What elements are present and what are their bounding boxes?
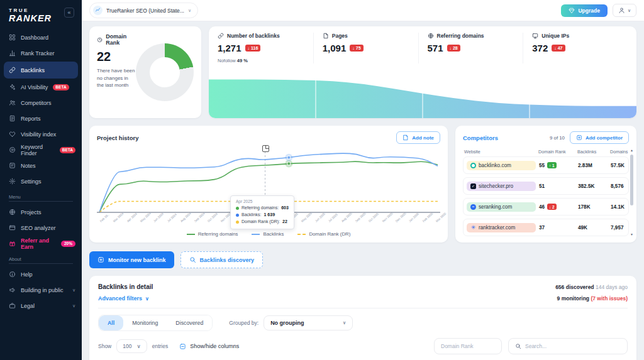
briefcase-icon: [9, 302, 16, 309]
x-axis-label: Jun 2025: [314, 219, 323, 227]
sidebar: TRUE RANKER « Dashboard Rank Tracker Bac…: [0, 0, 82, 360]
sidebar-item-label: Referr and Earn: [21, 237, 56, 250]
user-menu-button[interactable]: ∨: [613, 4, 636, 17]
chevron-down-icon: ∨: [628, 8, 631, 13]
globe-icon: [428, 33, 434, 39]
scroll-up-icon[interactable]: ▲: [630, 148, 634, 152]
sidebar-item-keyword-finder[interactable]: Keyword Finder BETA: [0, 142, 82, 158]
sidebar-item-legal[interactable]: Legal ∨: [0, 298, 82, 314]
legend-backlinks[interactable]: Backlinks: [252, 231, 284, 237]
competitors-scrollbar[interactable]: ▲ ▼: [630, 148, 634, 236]
sidebar-item-projects[interactable]: Projects: [0, 204, 82, 220]
x-axis-label: Sep 2024: [194, 219, 202, 227]
reports-icon: [9, 115, 16, 122]
competitor-dr-delta: ↑ 1: [547, 162, 556, 168]
sidebar-item-backlinks[interactable]: Backlinks: [4, 62, 78, 79]
domain-rank-header: Domain Rank: [97, 33, 136, 46]
competitor-site-label: ranktracker.com: [479, 225, 515, 231]
competitor-site-chip[interactable]: ≈ seranking.com: [467, 202, 536, 212]
competitor-domains: 57.5K: [611, 163, 627, 168]
sidebar-section-about: About: [0, 251, 82, 263]
per-page-select[interactable]: 100 ∨: [116, 339, 147, 353]
logo-line-bottom: RANKER: [9, 13, 52, 23]
sidebar-item-ai-visibility[interactable]: AI Visibility BETA: [0, 79, 82, 95]
competitor-site-chip[interactable]: ✓ sitechecker.pro: [467, 182, 536, 191]
stat-value: 1,091: [323, 43, 347, 53]
project-history-title: Project history: [97, 134, 139, 141]
minus-square-icon: [179, 343, 186, 350]
grouping-select[interactable]: No grouping ∨: [264, 315, 353, 330]
competitor-row[interactable]: ≈ seranking.com 46 ↓ 2 178K 14.1K: [463, 198, 629, 215]
sidebar-item-reports[interactable]: Reports: [0, 111, 82, 126]
upgrade-button[interactable]: Upgrade: [561, 4, 607, 17]
competitor-row[interactable]: ✓ sitechecker.pro 51 382.5K 8,576: [463, 177, 629, 195]
show-label: Show: [98, 343, 111, 349]
add-competitor-button[interactable]: Add competitor: [570, 131, 629, 144]
add-note-button[interactable]: Add note: [396, 131, 440, 144]
sidebar-item-label: Projects: [21, 209, 42, 215]
advanced-filters-toggle[interactable]: Advanced filters ∨: [98, 295, 149, 302]
search-input[interactable]: [525, 339, 621, 354]
scroll-down-icon[interactable]: ▼: [630, 232, 634, 236]
project-selector[interactable]: TrueRanker SEO (United State... ∨: [89, 3, 198, 18]
competitor-row[interactable]: ✳ ranktracker.com 37 49K 7,957: [463, 219, 629, 236]
monitor-new-backlink-button[interactable]: Monitor new backlink: [89, 251, 174, 268]
competitor-row[interactable]: backlinko.com 55 ↑ 1 2.83M 57.5K: [463, 156, 629, 174]
project-history-chart[interactable]: Apr 2025 Referring domains: 603 Backlink…: [97, 148, 440, 215]
competitor-favicon: [470, 163, 476, 168]
stat-number-of-backlinks: Number of backlinks 1,271 ↓ 116 Nofollow…: [218, 33, 313, 63]
stat-label: Unique IPs: [541, 33, 569, 39]
sidebar-collapse-button[interactable]: «: [64, 8, 74, 18]
domain-rank-filter-input[interactable]: [434, 338, 502, 354]
competitors-table-header: Website Domain Rank Backlinks Domains: [463, 144, 629, 156]
legend-referring-domains[interactable]: Referring domains: [187, 231, 238, 237]
backlinks-discovery-button[interactable]: Backlinks discovery: [180, 251, 264, 268]
chevron-down-icon: ∨: [145, 296, 149, 302]
sidebar-item-help[interactable]: Help: [0, 266, 82, 282]
sidebar-item-referr-and-earn[interactable]: Referr and Earn 20%: [0, 236, 82, 251]
trueranker-mark-icon: [93, 6, 103, 15]
domain-rank-info: Domain Rank 22 There have been no change…: [97, 33, 136, 111]
scrollbar-thumb[interactable]: [630, 155, 633, 205]
competitor-site-chip[interactable]: backlinko.com: [467, 161, 536, 170]
sidebar-item-label: Legal: [21, 303, 35, 309]
sidebar-item-visibility-index[interactable]: Visibility index: [0, 126, 82, 142]
competitor-dr: 37: [539, 225, 545, 231]
stat-label: Number of backlinks: [227, 33, 280, 39]
clock-icon: [97, 36, 103, 43]
sidebar-item-building-in-public[interactable]: Building in public ∨: [0, 282, 82, 298]
sidebar-item-rank-tracker[interactable]: Rank Tracker: [0, 45, 82, 61]
legend-domain-rank[interactable]: Domain Rank (DR): [297, 231, 350, 237]
tab-monitoring[interactable]: Monitoring: [123, 315, 167, 330]
x-axis-label: May 2024: [140, 219, 148, 227]
competitor-domains: 8,576: [611, 183, 627, 189]
app-logo: TRUE RANKER: [9, 8, 52, 23]
tooltip-date: Apr 2025: [236, 199, 289, 204]
sidebar-item-label: Notes: [21, 163, 36, 169]
rank-tracker-icon: [9, 50, 16, 57]
x-axis-label: Jan 2026: [408, 219, 416, 227]
competitors-title: Competitors: [463, 134, 498, 141]
legend-swatch: [252, 234, 260, 235]
competitor-site-chip[interactable]: ✳ ranktracker.com: [467, 223, 536, 232]
sidebar-item-notes[interactable]: Notes: [0, 158, 82, 173]
sidebar-item-competitors[interactable]: Competitors: [0, 95, 82, 111]
sidebar-item-settings[interactable]: Settings: [0, 173, 82, 189]
divider: [98, 308, 628, 308]
tab-discovered[interactable]: Discovered: [167, 315, 212, 330]
note-marker-icon[interactable]: [262, 145, 269, 152]
sidebar-item-dashboard[interactable]: Dashboard: [0, 30, 82, 45]
show-hide-columns-toggle[interactable]: Show/hide columns: [179, 343, 239, 350]
x-axis-label: Sep 2025: [355, 219, 363, 227]
x-axis-label: Feb 2026: [422, 219, 430, 227]
col-domains: Domains: [610, 149, 628, 155]
chart-legend: Referring domains Backlinks Domain Rank …: [97, 231, 440, 237]
tab-all[interactable]: All: [99, 315, 123, 330]
legend-swatch: [187, 234, 195, 235]
competitor-dr: 51: [539, 183, 545, 189]
x-axis-label: Jul 2024: [167, 219, 175, 227]
sidebar-item-seo-analyzer[interactable]: SEO analyzer: [0, 220, 82, 236]
search-field[interactable]: [508, 338, 628, 354]
divider: [9, 201, 73, 202]
stat-label: Referring domains: [437, 33, 484, 39]
